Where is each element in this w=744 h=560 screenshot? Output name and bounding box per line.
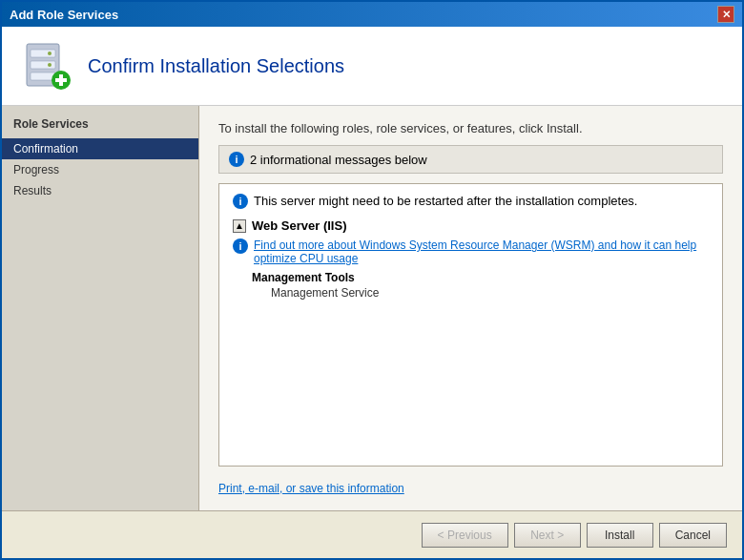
next-button[interactable]: Next > xyxy=(514,523,581,548)
svg-rect-1 xyxy=(31,50,55,57)
install-button[interactable]: Install xyxy=(587,523,653,548)
svg-rect-8 xyxy=(55,78,67,82)
svg-point-5 xyxy=(48,63,52,67)
wsrm-link[interactable]: Find out more about Windows System Resou… xyxy=(254,239,709,265)
sidebar-heading: Role Services xyxy=(2,114,198,138)
sidebar-item-progress[interactable]: Progress xyxy=(2,159,198,180)
subsection-item: Management Service xyxy=(233,286,709,300)
page-title: Confirm Installation Selections xyxy=(88,55,344,77)
title-bar-left: Add Role Services xyxy=(10,8,118,22)
web-server-section-header: ▲ Web Server (IIS) xyxy=(233,218,709,233)
details-box: i This server might need to be restarted… xyxy=(218,183,723,467)
sidebar-item-confirmation[interactable]: Confirmation xyxy=(2,138,198,159)
close-button[interactable]: ✕ xyxy=(717,6,734,23)
svg-rect-2 xyxy=(31,61,55,69)
section-title: Web Server (IIS) xyxy=(252,218,346,233)
svg-point-4 xyxy=(48,52,52,55)
info-link-row: i Find out more about Windows System Res… xyxy=(233,239,709,265)
sidebar: Role Services Confirmation Progress Resu… xyxy=(2,106,199,510)
main-panel: To install the following roles, role ser… xyxy=(199,106,742,510)
info-count-text: 2 informational messages below xyxy=(250,153,427,167)
info-icon-count: i xyxy=(229,152,244,167)
sidebar-item-results[interactable]: Results xyxy=(2,180,198,201)
intro-text: To install the following roles, role ser… xyxy=(218,121,723,135)
footer: < Previous Next > Install Cancel xyxy=(2,510,742,558)
cancel-button[interactable]: Cancel xyxy=(659,523,727,548)
collapse-icon[interactable]: ▲ xyxy=(233,219,246,233)
info-icon-restart: i xyxy=(233,194,248,209)
subsection-title: Management Tools xyxy=(233,271,709,284)
restart-warning-row: i This server might need to be restarted… xyxy=(233,194,709,209)
previous-button[interactable]: < Previous xyxy=(422,523,508,548)
restart-warning-text: This server might need to be restarted a… xyxy=(254,194,637,208)
info-icon-wsrm: i xyxy=(233,239,248,254)
main-window: Add Role Services ✕ Confirm Install xyxy=(0,0,744,560)
content-area: Role Services Confirmation Progress Resu… xyxy=(2,106,742,510)
header-section: Confirm Installation Selections xyxy=(2,27,742,106)
window-title: Add Role Services xyxy=(10,8,118,22)
title-bar: Add Role Services ✕ xyxy=(2,2,742,27)
header-icon xyxy=(21,40,72,92)
info-count-bar: i 2 informational messages below xyxy=(218,145,723,174)
print-link[interactable]: Print, e-mail, or save this information xyxy=(218,482,723,495)
